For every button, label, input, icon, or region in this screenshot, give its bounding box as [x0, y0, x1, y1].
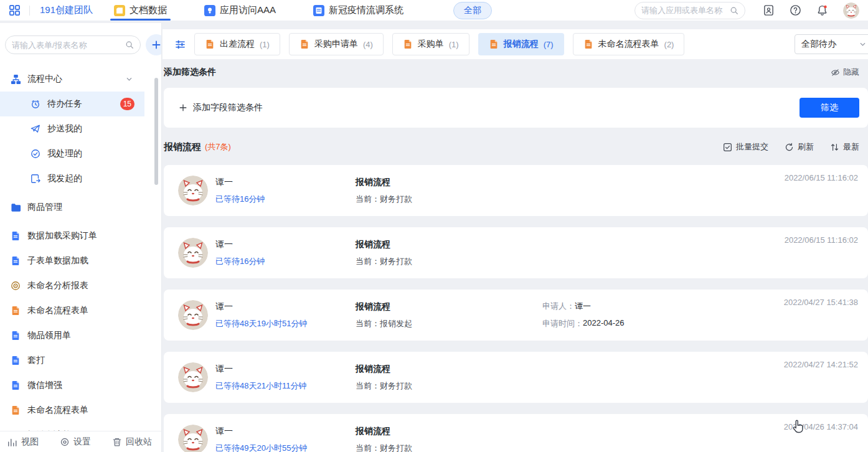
task-row[interactable]: 谭一已等待16分钟报销流程当前：财务打款2022/06/15 11:16:02 — [164, 165, 868, 216]
avatar — [178, 238, 208, 268]
filter-condition-bar: 添加筛选条件 隐藏 — [163, 59, 868, 85]
add-field-filter-button[interactable]: 添加字段筛选条件 — [179, 102, 263, 113]
task-list-header: 报销流程 (共7条) 批量提交 刷新 最新 — [163, 133, 868, 161]
doc-icon-orange — [205, 39, 215, 49]
flow-filter-tabs: 出差流程(1)采购申请单(4)采购单(1)报销流程(7)未命名流程表单(2) — [186, 33, 684, 55]
sort-latest-button[interactable]: 最新 — [830, 141, 859, 153]
sidebar-search[interactable] — [5, 35, 141, 54]
apply-time-label: 申请时间： — [542, 318, 583, 329]
main-content: 出差流程(1)采购申请单(4)采购单(1)报销流程(7)未命名流程表单(2) 全… — [163, 23, 868, 452]
app-tab-3[interactable]: 新冠疫情流调系统 — [309, 0, 407, 21]
sidebar-form-item[interactable]: 物品领用单 — [0, 323, 144, 348]
sidebar-scrollbar[interactable] — [154, 78, 158, 185]
gear-icon — [60, 437, 70, 447]
chevron-down-icon — [859, 41, 866, 48]
sidebar-footer-label: 回收站 — [126, 436, 152, 448]
app-tab-2[interactable]: 应用访问AAA — [200, 0, 280, 21]
sidebar-flow-item[interactable]: 我处理的 — [0, 141, 144, 166]
flow-filter-tab[interactable]: 报销流程(7) — [478, 33, 564, 55]
batch-submit-button[interactable]: 批量提交 — [723, 141, 768, 153]
sidebar-flow-item[interactable]: 待办任务15 — [0, 92, 144, 116]
app-tab-1[interactable]: 文档数据 — [110, 0, 171, 21]
refresh-button[interactable]: 刷新 — [785, 141, 814, 153]
report-app-icon — [313, 5, 324, 16]
flow-filter-tab-count: (7) — [544, 40, 554, 49]
sidebar-search-input[interactable] — [12, 40, 121, 50]
task-row[interactable]: 谭一已等待48天19小时51分钟报销流程当前：报销发起申请人：谭一申请时间：20… — [164, 290, 868, 341]
flow-filter-tab[interactable]: 未命名流程表单(2) — [573, 33, 685, 55]
contacts-icon[interactable] — [763, 4, 775, 16]
task-wait-time: 已等待16分钟 — [215, 194, 356, 205]
sidebar-form-item[interactable]: 微信增强 — [0, 373, 144, 398]
task-flow-title: 报销流程 — [356, 239, 542, 250]
topbar-icons — [763, 2, 859, 19]
sidebar: 流程中心 待办任务15抄送我的我处理的我发起的 商品管理 数据加载采购订单子表单… — [0, 23, 162, 452]
task-row[interactable]: 谭一已等待16分钟报销流程当前：财务打款2022/06/15 11:16:02 — [164, 227, 868, 278]
avatar — [178, 425, 208, 452]
task-timestamp: 2022/04/26 14:37:04 — [784, 422, 858, 431]
sidebar-folder-goods[interactable]: 商品管理 — [0, 195, 144, 220]
sidebar-form-item[interactable]: 未命名流程表单 — [0, 398, 144, 423]
doc-icon-orange — [403, 39, 413, 49]
doc-icon-blue — [10, 256, 21, 266]
sidebar-form-item[interactable]: 套打 — [0, 348, 144, 373]
sidebar-form-item[interactable]: 未命名流程表单 — [0, 298, 144, 323]
chevron-down-icon[interactable] — [123, 76, 134, 83]
sidebar-footer-item[interactable]: 视图 — [7, 436, 39, 448]
sidebar-group-flow-center[interactable]: 流程中心 — [0, 67, 144, 92]
doc-icon-orange — [489, 39, 499, 49]
apps-grid-icon[interactable] — [9, 4, 21, 16]
trash-icon — [112, 437, 122, 447]
sidebar-flow-item[interactable]: 抄送我的 — [0, 116, 144, 141]
task-current-node: 当前：财务打款 — [356, 194, 542, 205]
status-filter-select[interactable]: 全部待办 — [795, 34, 868, 54]
sidebar-form-item[interactable]: 未命名分析报表 — [0, 273, 144, 298]
task-current-node: 当前：财务打款 — [356, 256, 542, 267]
task-user-col: 谭一已等待48天21小时11分钟 — [215, 364, 356, 392]
task-row[interactable]: 谭一已等待48天21小时11分钟报销流程当前：财务打款2022/04/27 14… — [164, 352, 868, 403]
sidebar-form-label: 物品领用单 — [27, 330, 71, 341]
task-applicant-line: 申请人：谭一 — [542, 301, 625, 312]
task-flow-title: 报销流程 — [356, 301, 542, 313]
flow-filter-tab[interactable]: 出差流程(1) — [194, 33, 280, 55]
sidebar-footer-label: 设置 — [73, 436, 91, 448]
topbar-search-input[interactable] — [641, 6, 726, 15]
task-flow-col: 报销流程当前：财务打款 — [356, 177, 542, 205]
sidebar-form-label: 未命名流程表单 — [27, 405, 88, 416]
folder-label: 商品管理 — [27, 202, 62, 213]
sidebar-form-item[interactable]: 子表单数据加载 — [0, 248, 144, 273]
task-user-name: 谭一 — [215, 426, 356, 437]
task-user-col: 谭一已等待49天20小时55分钟 — [215, 426, 356, 452]
sidebar-footer-item[interactable]: 设置 — [60, 436, 91, 448]
task-wait-time: 已等待48天21小时11分钟 — [215, 380, 356, 392]
refresh-icon — [785, 143, 794, 152]
doc-icon-blue — [10, 231, 21, 241]
app-tab-label: 文档数据 — [130, 4, 167, 16]
task-flow-title: 报销流程 — [356, 177, 542, 188]
flow-filter-tab[interactable]: 采购单(1) — [392, 33, 469, 55]
sidebar-footer-item[interactable]: 回收站 — [112, 436, 152, 448]
team-name-link[interactable]: 191创建团队 — [40, 4, 93, 16]
sidebar-item-label: 抄送我的 — [47, 123, 82, 134]
help-icon[interactable] — [790, 4, 801, 16]
task-row[interactable]: 谭一已等待49天20小时55分钟报销流程当前：财务打款2022/04/26 14… — [164, 414, 868, 452]
hide-filter-button[interactable]: 隐藏 — [831, 67, 859, 78]
topbar: 191创建团队 文档数据应用访问AAA新冠疫情流调系统 全部 — [0, 0, 868, 21]
todo-count-badge: 15 — [120, 98, 134, 110]
task-wait-time: 已等待49天20小时55分钟 — [215, 443, 356, 452]
filter-list-icon[interactable] — [175, 39, 186, 50]
flow-filter-tab-row: 出差流程(1)采购申请单(4)采购单(1)报销流程(7)未命名流程表单(2) 全… — [163, 29, 868, 59]
filter-apply-button[interactable]: 筛选 — [800, 98, 859, 118]
flow-filter-tab[interactable]: 采购申请单(4) — [289, 33, 384, 55]
sidebar-form-item[interactable]: 数据加载采购订单 — [0, 224, 144, 248]
add-form-button[interactable] — [146, 34, 162, 55]
all-apps-pill[interactable]: 全部 — [453, 2, 492, 19]
doc-icon-blue — [10, 331, 21, 341]
topbar-search[interactable] — [634, 2, 745, 19]
sidebar-item-label: 我处理的 — [47, 148, 82, 159]
sidebar-flow-item[interactable]: 我发起的 — [0, 166, 144, 191]
flow-filter-tab-label: 采购申请单 — [314, 39, 358, 50]
user-avatar[interactable] — [843, 2, 859, 19]
bell-icon[interactable] — [816, 4, 828, 16]
app-tabs: 文档数据应用访问AAA新冠疫情流调系统 — [110, 0, 437, 21]
